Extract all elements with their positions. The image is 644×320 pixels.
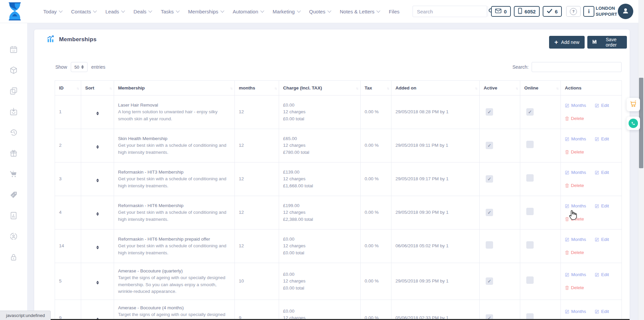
active-checkbox[interactable]: ✓	[486, 175, 493, 183]
nav-item[interactable]: Notes & Letters	[340, 9, 380, 14]
cell-months: 12	[235, 129, 279, 163]
active-checkbox[interactable]: ✓	[486, 108, 493, 116]
sort-icon: ↑↓	[475, 86, 477, 90]
delete-link[interactable]: Delete	[565, 149, 584, 155]
nav-item[interactable]: Quotes	[309, 9, 331, 14]
save-order-button[interactable]: Save order	[587, 36, 627, 49]
calendar-download-icon[interactable]	[0, 101, 27, 122]
months-link[interactable]: Months	[565, 236, 586, 243]
edit-link[interactable]: Edit	[595, 136, 609, 142]
column-header[interactable]: Tax ↑↓	[361, 81, 391, 95]
history-icon[interactable]	[0, 122, 27, 143]
charge-total: £0.00 total	[283, 285, 356, 292]
months-link[interactable]: Months	[565, 308, 586, 315]
add-new-button[interactable]: + Add new	[549, 36, 585, 49]
floating-cart-button[interactable]	[627, 98, 640, 111]
column-header[interactable]: Sort ↑↓	[81, 81, 114, 95]
months-link[interactable]: Months	[565, 136, 586, 142]
active-checkbox[interactable]: ✓	[486, 277, 493, 285]
top-bar: Today Contacts Leads Deals Tasks	[0, 0, 638, 23]
online-checkbox[interactable]: ✓	[526, 174, 534, 182]
nav-item[interactable]: Contacts	[71, 9, 96, 14]
delete-link[interactable]: Delete	[565, 249, 584, 256]
edit-icon	[565, 272, 570, 277]
edit-link[interactable]: Edit	[595, 236, 609, 243]
online-checkbox[interactable]: ✓	[526, 241, 534, 249]
active-checkbox[interactable]: ✓	[486, 241, 493, 249]
trash-icon	[565, 217, 569, 221]
column-header[interactable]: Actions ↑↓	[561, 81, 622, 95]
cart-icon[interactable]	[0, 164, 27, 184]
floating-phone-button[interactable]	[627, 117, 640, 130]
page-scrollbar[interactable]	[638, 0, 644, 320]
user-sync-icon[interactable]	[0, 226, 27, 247]
nav-item[interactable]: Tasks	[161, 9, 179, 14]
mail-badge[interactable]: 0	[491, 6, 511, 17]
help-button[interactable]: ?	[566, 6, 581, 17]
drag-sort-handle[interactable]	[96, 281, 99, 284]
copy-icon[interactable]	[0, 80, 27, 101]
edit-link[interactable]: Edit	[595, 203, 609, 209]
nav-item[interactable]: Deals	[133, 9, 152, 14]
global-search-input[interactable]	[413, 6, 488, 17]
nav-item[interactable]: Leads	[105, 9, 124, 14]
column-header[interactable]: Charge (Incl. TAX) ↑↓	[279, 81, 361, 95]
column-header[interactable]: ID ↑↓	[55, 81, 81, 95]
edit-link[interactable]: Edit	[595, 102, 609, 109]
person-icon	[622, 7, 630, 16]
active-checkbox[interactable]: ✓	[486, 209, 493, 216]
calendar-icon[interactable]: 12	[0, 39, 27, 60]
online-checkbox[interactable]: ✓	[526, 208, 534, 215]
online-checkbox[interactable]: ✓	[526, 141, 534, 148]
report-icon[interactable]	[0, 205, 27, 226]
phone-badge[interactable]: 6052	[514, 6, 540, 17]
mail-icon	[495, 8, 501, 14]
plus-icon: +	[554, 39, 558, 45]
drag-sort-handle[interactable]	[96, 112, 99, 115]
delete-link[interactable]: Delete	[565, 216, 584, 222]
chevron-down-icon	[297, 9, 301, 12]
column-header[interactable]: Membership ↑↓	[114, 81, 235, 95]
delete-link[interactable]: Delete	[565, 115, 584, 122]
months-link[interactable]: Months	[565, 203, 586, 209]
tasks-badge[interactable]: 6	[543, 6, 562, 17]
online-checkbox[interactable]: ✓	[526, 276, 534, 284]
months-link[interactable]: Months	[565, 271, 586, 278]
column-header[interactable]: months ↑↓	[235, 81, 279, 95]
nav-item[interactable]: Automation	[233, 9, 264, 14]
page-size-select[interactable]: 50	[71, 62, 88, 72]
lock-icon[interactable]	[0, 247, 27, 267]
column-header[interactable]: Online ↑↓	[520, 81, 561, 95]
months-link[interactable]: Months	[565, 102, 586, 109]
info-button[interactable]: i	[583, 6, 594, 17]
column-header[interactable]: Active ↑↓	[480, 81, 520, 95]
nav-item-label: Leads	[105, 9, 119, 14]
drag-sort-handle[interactable]	[96, 145, 99, 149]
cell-membership: Reformaskin - HIT6 Membership Get your b…	[114, 196, 235, 230]
delete-link[interactable]: Delete	[565, 284, 584, 291]
tag-icon[interactable]	[0, 184, 27, 205]
gift-icon[interactable]	[0, 143, 27, 164]
nav-item[interactable]: Memberships	[188, 9, 224, 14]
nav-item[interactable]: Files	[389, 9, 399, 14]
online-checkbox[interactable]: ✓	[526, 108, 534, 116]
cell-id: 9	[55, 300, 81, 320]
charge-price: £0.00	[283, 271, 356, 278]
edit-link[interactable]: Edit	[595, 308, 609, 315]
column-header[interactable]: Added on ↑↓	[391, 81, 480, 95]
app-logo[interactable]	[7, 2, 22, 20]
table-search-input[interactable]	[532, 62, 622, 72]
nav-item[interactable]: Marketing	[273, 9, 300, 14]
active-checkbox[interactable]: ✓	[486, 142, 493, 149]
nav-item[interactable]: Today	[43, 9, 62, 14]
delete-link[interactable]: Delete	[565, 182, 584, 189]
table-row: 2 Skin Health Membership Get your best s…	[55, 129, 622, 163]
box-icon[interactable]	[0, 60, 27, 80]
user-avatar[interactable]	[618, 4, 633, 19]
months-link[interactable]: Months	[565, 169, 586, 176]
drag-sort-handle[interactable]	[96, 179, 99, 182]
drag-sort-handle[interactable]	[96, 212, 99, 216]
edit-link[interactable]: Edit	[595, 271, 609, 278]
drag-sort-handle[interactable]	[96, 246, 99, 249]
edit-link[interactable]: Edit	[595, 169, 609, 176]
